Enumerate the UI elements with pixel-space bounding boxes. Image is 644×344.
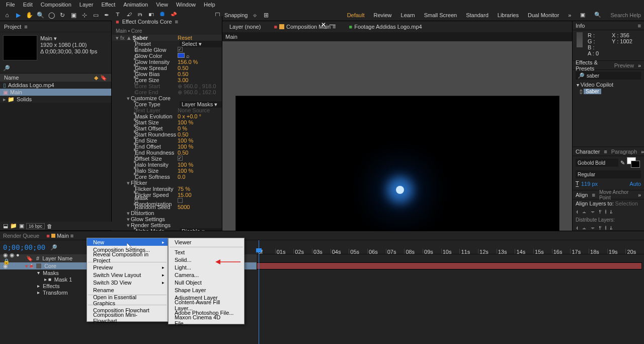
layer-bar[interactable] bbox=[257, 262, 642, 269]
prop-checkbox[interactable] bbox=[178, 156, 183, 161]
ep-item-saber[interactable]: Saber bbox=[584, 89, 601, 94]
current-timecode[interactable]: 0;00;00;00 bbox=[3, 243, 45, 251]
search-icon[interactable]: 🔍 bbox=[594, 12, 601, 18]
align-right-icon[interactable]: ⫟ bbox=[590, 209, 596, 215]
prop-value[interactable]: 0 % bbox=[178, 125, 222, 131]
bpc-btn[interactable]: 16 bpc bbox=[26, 223, 45, 229]
anchor-tab[interactable]: Move Anchor Point bbox=[599, 189, 634, 200]
prop-value[interactable]: 0.50 bbox=[178, 71, 222, 77]
align-top-icon[interactable]: ⫯ bbox=[599, 209, 602, 215]
prop-value[interactable]: 5000 bbox=[178, 204, 222, 210]
prop-value[interactable]: 75 % bbox=[178, 186, 222, 192]
reset-link[interactable]: Reset bbox=[178, 35, 222, 41]
font-family-select[interactable]: Gobold Bold bbox=[576, 159, 618, 167]
menu-window[interactable]: Window bbox=[172, 1, 200, 9]
tab-render-queue[interactable]: Render Queue bbox=[3, 233, 39, 239]
font-size[interactable]: 119 px bbox=[581, 181, 598, 187]
ec-tab[interactable]: Effect Controls Core bbox=[122, 19, 172, 25]
prop-value[interactable]: 100 % bbox=[178, 144, 222, 150]
prop-value[interactable]: 3.00 bbox=[178, 77, 222, 83]
timeline-search-icon[interactable]: 🔎 bbox=[50, 244, 57, 251]
tab-layer-none[interactable]: Layer (none) bbox=[225, 23, 265, 31]
ctx-new-item[interactable]: Maxon Cinema 4D File... bbox=[169, 316, 244, 324]
character-tab[interactable]: Character bbox=[576, 149, 600, 155]
search-help[interactable]: Search Help bbox=[610, 12, 641, 18]
ctx-item[interactable]: New bbox=[87, 238, 168, 246]
new-comp-icon[interactable]: ▣ bbox=[19, 223, 24, 229]
workspace-reset-icon[interactable]: ▣ bbox=[580, 12, 585, 18]
ctx-new-item[interactable]: Text bbox=[169, 248, 244, 256]
menu-composition[interactable]: Composition bbox=[37, 1, 75, 9]
ctx-new-item[interactable]: Shape Layer bbox=[169, 286, 244, 294]
prop-checkbox[interactable] bbox=[178, 47, 183, 52]
workspace-dual[interactable]: Dual Monitor bbox=[528, 12, 559, 18]
crumb-main[interactable]: Main bbox=[225, 34, 237, 40]
project-item-folder[interactable]: ▸ 📁Solids bbox=[0, 96, 111, 103]
ctx-item[interactable]: Switch View Layout bbox=[87, 271, 168, 279]
ctx-item[interactable]: Composition Mini-Flowchart bbox=[87, 314, 168, 321]
prop-value[interactable]: 0.0 bbox=[178, 174, 222, 180]
menu-effect[interactable]: Effect bbox=[97, 1, 119, 9]
font-style-select[interactable]: Regular bbox=[576, 170, 641, 178]
trash-icon[interactable]: 🗑 bbox=[47, 223, 52, 229]
ep-search-input[interactable] bbox=[585, 73, 644, 79]
ep-tab[interactable]: Effects & Presets bbox=[576, 59, 610, 72]
leading-auto[interactable]: Auto bbox=[629, 181, 641, 187]
info-tab[interactable]: Info bbox=[576, 23, 585, 29]
ctx-item[interactable]: Switch 3D View bbox=[87, 279, 168, 286]
ctx-new-item[interactable]: Viewer bbox=[169, 238, 244, 246]
menu-layer[interactable]: Layer bbox=[75, 1, 98, 9]
fill-stroke-swatch[interactable] bbox=[627, 157, 641, 168]
ctx-new-item[interactable]: Null Object bbox=[169, 279, 244, 286]
interp-icon[interactable]: ⬓ bbox=[3, 223, 8, 229]
workspace-standard[interactable]: Standard bbox=[466, 12, 489, 18]
hand-tool-icon[interactable]: ✋ bbox=[25, 11, 33, 19]
ctx-new-item[interactable]: Light... bbox=[169, 263, 244, 271]
prop-group[interactable]: Flicker bbox=[130, 180, 222, 186]
align-bottom-icon[interactable]: ⫰ bbox=[610, 209, 613, 215]
playhead[interactable] bbox=[259, 240, 259, 344]
prop-value[interactable]: 0.50 bbox=[178, 150, 222, 156]
search-icon[interactable]: 🔎 bbox=[3, 65, 10, 72]
prop-group[interactable]: Distortion bbox=[130, 210, 222, 216]
prop-value[interactable]: 100 % bbox=[178, 168, 222, 174]
prop-group[interactable]: Render Settings bbox=[130, 222, 222, 228]
rotate-tool-icon[interactable]: ↻ bbox=[58, 11, 66, 19]
prop-value[interactable]: 100 % bbox=[178, 137, 222, 144]
project-item-footage[interactable]: ▯Addidas Logo.mp4 bbox=[0, 82, 111, 89]
ctx-new-item[interactable]: Content-Aware Fill Layer... bbox=[169, 301, 244, 309]
prop-value[interactable]: 0.50 bbox=[178, 65, 222, 71]
menu-help[interactable]: Help bbox=[200, 1, 219, 9]
ctx-item[interactable]: Preview bbox=[87, 263, 168, 271]
home-icon[interactable]: ⌂ bbox=[3, 11, 11, 19]
menu-file[interactable]: File bbox=[2, 1, 19, 9]
close-icon[interactable]: ✕ — bbox=[321, 21, 336, 28]
folder-icon[interactable]: 📁 bbox=[10, 223, 17, 229]
camera-tool-icon[interactable]: ▣ bbox=[69, 11, 77, 19]
align-tab[interactable]: Align bbox=[576, 192, 588, 198]
prop-value[interactable]: 100 % bbox=[178, 119, 222, 125]
workspace-review[interactable]: Review bbox=[373, 12, 391, 18]
preview-tab[interactable]: Preview bbox=[614, 62, 634, 68]
shape-tool-icon[interactable]: ▭ bbox=[92, 11, 100, 19]
prop-dropdown[interactable]: Layer Masks ▾ bbox=[180, 101, 222, 108]
menu-animation[interactable]: Animation bbox=[119, 1, 152, 9]
prop-group[interactable]: Glow Settings bbox=[130, 216, 222, 222]
timeline-tracks[interactable]: 0f01s02s03s04s05s06s07s08s09s10s11s12s13… bbox=[257, 240, 644, 344]
fx-saber[interactable]: Saber bbox=[132, 35, 178, 41]
prop-checkbox[interactable] bbox=[178, 198, 183, 203]
ep-group[interactable]: ▾ Video Copilot bbox=[573, 81, 644, 88]
align-vc-icon[interactable]: ⫲ bbox=[605, 209, 607, 215]
workspace-small[interactable]: Small Screen bbox=[424, 12, 457, 18]
snap-opt2-icon[interactable]: ⊞ bbox=[262, 11, 270, 19]
pen-tool-icon[interactable]: ✒ bbox=[103, 11, 111, 19]
tab-footage[interactable]: ■Footage Addidas Logo.mp4 bbox=[345, 23, 426, 31]
project-tab[interactable]: Project bbox=[4, 24, 21, 30]
tab-timeline-main[interactable]: ■ Main ≡ bbox=[46, 233, 73, 239]
prop-value[interactable]: 100 % bbox=[178, 162, 222, 168]
paragraph-tab[interactable]: Paragraph bbox=[611, 149, 637, 155]
workspace-learn[interactable]: Learn bbox=[401, 12, 415, 18]
prop-value[interactable]: 156.0 % bbox=[178, 59, 222, 65]
project-item-comp[interactable]: ▣Main bbox=[0, 89, 111, 96]
menu-edit[interactable]: Edit bbox=[19, 1, 37, 9]
